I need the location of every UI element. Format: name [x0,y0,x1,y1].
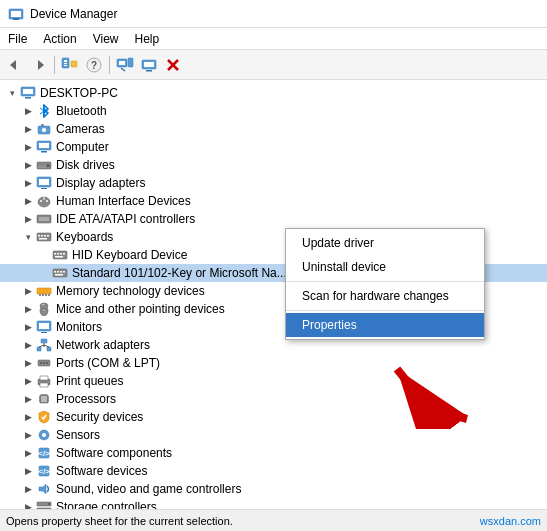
sound-label: Sound, video and game controllers [56,482,241,496]
tree-processors[interactable]: ▶ Processors [0,390,547,408]
tree-ide[interactable]: ▶ IDE ATA/ATAPI controllers [0,210,547,228]
processors-label: Processors [56,392,116,406]
svg-line-82 [44,345,49,347]
menu-action[interactable]: Action [35,30,84,48]
tree-sound[interactable]: ▶ Sound, video and game controllers [0,480,547,498]
menu-view[interactable]: View [85,30,127,48]
expand-icon-mice: ▶ [20,301,36,317]
scan-button[interactable] [114,54,136,76]
software-dev-label: Software devices [56,464,147,478]
svg-rect-34 [41,151,47,153]
svg-rect-56 [60,253,62,255]
svg-rect-76 [41,332,47,333]
tree-software-comp[interactable]: ▶ </> Software components [0,444,547,462]
expand-icon-kb: ▾ [20,229,36,245]
tree-software-dev[interactable]: ▶ </> Software devices [0,462,547,480]
tree-cameras[interactable]: ▶ Cameras [0,120,547,138]
expand-icon-swc: ▶ [20,445,36,461]
std-keyboard-icon [52,265,68,281]
svg-rect-48 [38,235,40,237]
computer-icon [20,85,36,101]
tree-root[interactable]: ▾ DESKTOP-PC [0,84,547,102]
network-icon [36,337,52,353]
expand-icon-cam: ▶ [20,121,36,137]
menu-bar: File Action View Help [0,28,547,50]
tree-print[interactable]: ▶ Print queues [0,372,547,390]
svg-line-81 [39,345,44,347]
software-dev-icon: </> [36,463,52,479]
expand-icon-stdk [36,265,52,281]
expand-icon-hid: ▶ [20,193,36,209]
security-label: Security devices [56,410,143,424]
svg-marker-4 [38,60,44,70]
tree-disk[interactable]: ▶ Disk drives [0,156,547,174]
print-icon [36,373,52,389]
help-button[interactable]: ? [83,54,105,76]
ctx-properties[interactable]: Properties [286,313,484,337]
svg-rect-47 [37,233,51,241]
svg-rect-33 [39,143,49,148]
expand-icon-sens: ▶ [20,427,36,443]
sensors-icon [36,427,52,443]
expand-icon-mem: ▶ [20,283,36,299]
ide-icon [36,211,52,227]
ctx-scan-hardware[interactable]: Scan for hardware changes [286,284,484,308]
svg-rect-59 [53,269,67,277]
svg-rect-69 [48,294,50,296]
expand-icon-stor: ▶ [20,499,36,509]
expand-icon-swd: ▶ [20,463,36,479]
hid-keyboard-label: HID Keyboard Device [72,248,187,262]
svg-rect-46 [39,217,49,221]
memory-label: Memory technology devices [56,284,205,298]
tree-sensors[interactable]: ▶ Sensors [0,426,547,444]
svg-rect-92 [41,396,47,402]
tree-computer[interactable]: ▶ Computer [0,138,547,156]
svg-point-84 [40,362,42,364]
back-button[interactable] [4,54,26,76]
bluetooth-icon [36,103,52,119]
network-label: Network adapters [56,338,150,352]
cameras-label: Cameras [56,122,105,136]
hid-label: Human Interface Devices [56,194,191,208]
ctx-uninstall-device[interactable]: Uninstall device [286,255,484,279]
svg-rect-64 [55,274,63,276]
svg-point-103 [42,433,46,437]
svg-point-30 [42,128,47,133]
tree-display[interactable]: ▶ Display adapters [0,174,547,192]
tree-storage[interactable]: ▶ Storage controllers [0,498,547,509]
title-bar: Device Manager [0,0,547,28]
expand-icon-proc: ▶ [20,391,36,407]
expand-icon-comp: ▶ [20,139,36,155]
title-bar-text: Device Manager [30,7,117,21]
svg-rect-52 [39,238,47,240]
mice-label: Mice and other pointing devices [56,302,225,316]
memory-icon [36,283,52,299]
svg-rect-88 [40,376,48,380]
svg-marker-108 [39,484,46,494]
separator-1 [54,56,55,74]
hid-keyboard-icon [52,247,68,263]
menu-help[interactable]: Help [127,30,168,48]
svg-rect-61 [57,271,59,273]
ctx-sep-2 [286,310,484,311]
toolbar: ? [0,50,547,80]
device-mgr-button[interactable] [138,54,160,76]
delete-button[interactable] [162,54,184,76]
properties-button[interactable] [59,54,81,76]
tree-bluetooth[interactable]: ▶ Bluetooth [0,102,547,120]
ctx-update-driver[interactable]: Update driver [286,231,484,255]
svg-rect-39 [39,179,49,185]
tree-hid[interactable]: ▶ Human Interface Devices [0,192,547,210]
expand-icon-print: ▶ [20,373,36,389]
svg-point-85 [43,362,45,364]
forward-button[interactable] [28,54,50,76]
status-bar: Opens property sheet for the current sel… [0,509,547,531]
svg-rect-51 [47,235,49,237]
software-comp-icon: </> [36,445,52,461]
menu-file[interactable]: File [0,30,35,48]
mice-icon [36,301,52,317]
tree-ports[interactable]: ▶ Ports (COM & LPT) [0,354,547,372]
tree-security[interactable]: ▶ Security devices [0,408,547,426]
svg-rect-89 [40,383,48,387]
expand-icon-snd: ▶ [20,481,36,497]
